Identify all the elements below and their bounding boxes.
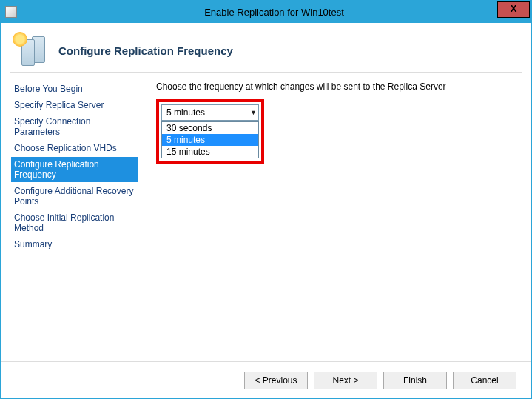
highlight-annotation: 5 minutes ▼ 30 seconds 5 minutes 15 minu… bbox=[156, 99, 264, 164]
sidebar-item-choose-replication-vhds[interactable]: Choose Replication VHDs bbox=[11, 141, 138, 155]
main-panel: Choose the frequency at which changes wi… bbox=[143, 73, 531, 354]
close-button[interactable]: X bbox=[497, 1, 530, 18]
next-button[interactable]: Next > bbox=[314, 372, 377, 389]
chevron-down-icon: ▼ bbox=[250, 109, 257, 116]
finish-button[interactable]: Finish bbox=[383, 372, 447, 389]
wizard-steps-sidebar: Before You Begin Specify Replica Server … bbox=[1, 73, 143, 354]
wizard-icon bbox=[11, 32, 47, 69]
sidebar-item-before-you-begin[interactable]: Before You Begin bbox=[11, 81, 138, 96]
sidebar-item-configure-additional-recovery-points[interactable]: Configure Additional Recovery Points bbox=[11, 184, 138, 209]
sidebar-item-specify-connection-parameters[interactable]: Specify Connection Parameters bbox=[11, 114, 138, 139]
sidebar-item-choose-initial-replication-method[interactable]: Choose Initial Replication Method bbox=[11, 210, 138, 235]
wizard-header: Configure Replication Frequency bbox=[1, 23, 531, 72]
system-icon bbox=[5, 6, 17, 18]
instruction-text: Choose the frequency at which changes wi… bbox=[156, 81, 518, 92]
frequency-dropdown-list: 30 seconds 5 minutes 15 minutes bbox=[161, 121, 259, 158]
page-title: Configure Replication Frequency bbox=[58, 44, 233, 57]
content-area: Before You Begin Specify Replica Server … bbox=[1, 73, 531, 354]
wizard-footer: < Previous Next > Finish Cancel bbox=[1, 361, 531, 398]
sidebar-item-specify-replica-server[interactable]: Specify Replica Server bbox=[11, 98, 138, 113]
window-title: Enable Replication for Win10test bbox=[17, 7, 531, 18]
titlebar: Enable Replication for Win10test X bbox=[1, 1, 531, 23]
sidebar-item-summary[interactable]: Summary bbox=[11, 237, 138, 252]
sidebar-item-configure-replication-frequency[interactable]: Configure Replication Frequency bbox=[11, 157, 138, 182]
frequency-option-5-minutes[interactable]: 5 minutes bbox=[162, 134, 258, 146]
frequency-option-30-seconds[interactable]: 30 seconds bbox=[162, 122, 258, 134]
frequency-dropdown-value: 5 minutes bbox=[166, 107, 205, 118]
frequency-option-15-minutes[interactable]: 15 minutes bbox=[162, 146, 258, 158]
cancel-button[interactable]: Cancel bbox=[453, 372, 516, 389]
previous-button[interactable]: < Previous bbox=[244, 372, 308, 389]
frequency-dropdown[interactable]: 5 minutes ▼ bbox=[161, 104, 259, 121]
